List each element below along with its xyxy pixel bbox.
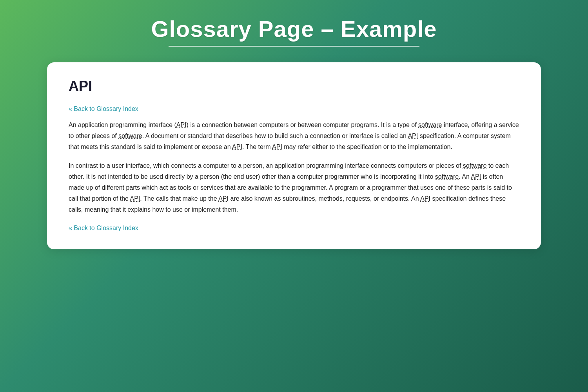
software-link-3[interactable]: software xyxy=(463,162,486,169)
back-to-glossary-bottom[interactable]: « Back to Glossary Index xyxy=(69,225,138,232)
api-abbr-7: API xyxy=(218,195,229,202)
api-abbr-6: API xyxy=(130,195,140,202)
api-abbr-8: API xyxy=(420,195,430,202)
term-heading: API xyxy=(69,78,519,94)
page-header: Glossary Page – Example xyxy=(0,0,588,58)
page-title: Glossary Page – Example xyxy=(0,16,588,42)
back-to-glossary-top[interactable]: « Back to Glossary Index xyxy=(69,105,138,113)
api-abbr-5: API xyxy=(471,173,481,180)
api-abbr-4: API xyxy=(272,143,282,150)
software-link-4[interactable]: software xyxy=(435,173,459,180)
api-abbr-2: API xyxy=(408,132,418,139)
title-underline xyxy=(169,46,419,47)
definition-paragraph-2: In contrast to a user interface, which c… xyxy=(69,160,519,215)
content-card: API « Back to Glossary Index An applicat… xyxy=(47,62,541,249)
software-link-2[interactable]: software xyxy=(118,132,142,139)
definition-paragraph-1: An application programming interface (AP… xyxy=(69,120,519,152)
software-link-1[interactable]: software xyxy=(418,122,442,128)
api-abbr-1: API xyxy=(176,122,187,128)
api-abbr-3: API xyxy=(232,143,242,150)
